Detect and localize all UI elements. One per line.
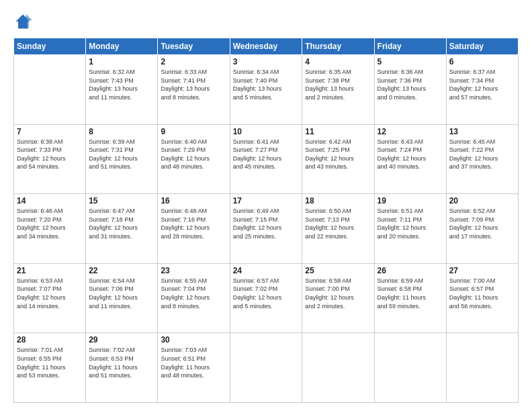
cell-text-line: Sunrise: 6:59 AM	[378, 277, 443, 285]
calendar-cell: 16Sunrise: 6:48 AMSunset: 7:16 PMDayligh…	[158, 194, 230, 264]
cell-text-line: Daylight: 12 hours	[161, 224, 226, 232]
cell-text-line: Daylight: 12 hours	[449, 85, 515, 93]
cell-text-line: and 53 minutes.	[17, 371, 83, 380]
day-number: 14	[17, 196, 83, 205]
cell-text-line: Sunset: 6:51 PM	[161, 355, 226, 363]
day-header-wednesday: Wednesday	[230, 38, 302, 55]
cell-text-line: Sunset: 7:02 PM	[233, 285, 300, 293]
cell-text-line: Sunrise: 6:32 AM	[89, 68, 154, 77]
cell-text-line: and 5 minutes.	[233, 302, 300, 311]
cell-text-line: Daylight: 12 hours	[305, 154, 371, 163]
day-number: 15	[89, 196, 154, 205]
cell-text-line: Daylight: 13 hours	[161, 85, 226, 93]
cell-text-line: and 54 minutes.	[17, 163, 83, 171]
calendar-cell: 19Sunrise: 6:51 AMSunset: 7:11 PMDayligh…	[374, 194, 446, 264]
cell-text-line: Sunset: 7:25 PM	[305, 146, 371, 154]
cell-text-line: Sunset: 7:38 PM	[305, 77, 371, 85]
cell-text-line: Sunset: 6:53 PM	[89, 355, 154, 363]
day-number: 5	[378, 57, 443, 66]
cell-text-line: Sunrise: 6:53 AM	[17, 277, 83, 285]
day-header-thursday: Thursday	[302, 38, 374, 55]
cell-text-line: Sunrise: 6:57 AM	[233, 277, 300, 285]
cell-text-line: and 14 minutes.	[17, 302, 83, 311]
cell-text-line: Sunrise: 6:40 AM	[161, 138, 226, 146]
cell-text-line: Daylight: 12 hours	[305, 224, 371, 232]
cell-text-line: Daylight: 13 hours	[378, 85, 443, 93]
cell-text-line: Sunrise: 6:51 AM	[378, 207, 443, 216]
cell-text-line: and 31 minutes.	[89, 232, 154, 241]
cell-text-line: Sunrise: 6:50 AM	[305, 207, 371, 216]
cell-text-line: Sunrise: 6:54 AM	[89, 277, 154, 285]
cell-text-line: Sunset: 7:13 PM	[305, 216, 371, 224]
cell-text-line: Sunset: 7:29 PM	[161, 146, 226, 154]
logo-icon	[13, 12, 32, 31]
cell-text-line: and 8 minutes.	[161, 302, 226, 311]
cell-text-line: Sunrise: 7:00 AM	[449, 277, 515, 285]
cell-text-line: and 37 minutes.	[449, 163, 515, 171]
cell-text-line: and 28 minutes.	[161, 232, 226, 241]
cell-text-line: Daylight: 12 hours	[89, 154, 154, 163]
day-header-friday: Friday	[374, 38, 446, 55]
cell-text-line: Sunset: 7:40 PM	[233, 77, 300, 85]
cell-text-line: Daylight: 12 hours	[378, 154, 443, 163]
day-number: 9	[161, 127, 226, 136]
cell-text-line: Sunrise: 6:49 AM	[233, 207, 300, 216]
cell-text-line: Sunrise: 6:37 AM	[449, 68, 515, 77]
calendar-cell: 29Sunrise: 7:02 AMSunset: 6:53 PMDayligh…	[86, 333, 158, 403]
calendar-cell: 25Sunrise: 6:58 AMSunset: 7:00 PMDayligh…	[302, 263, 374, 333]
day-number: 20	[449, 196, 515, 205]
day-number: 10	[233, 127, 300, 136]
cell-text-line: Sunset: 6:57 PM	[449, 285, 515, 293]
cell-text-line: Sunrise: 6:34 AM	[233, 68, 300, 77]
cell-text-line: and 17 minutes.	[449, 232, 515, 241]
day-header-saturday: Saturday	[446, 38, 518, 55]
cell-text-line: Daylight: 12 hours	[449, 224, 515, 232]
day-number: 11	[305, 127, 371, 136]
calendar-cell: 28Sunrise: 7:01 AMSunset: 6:55 PMDayligh…	[14, 333, 86, 403]
calendar-cell: 26Sunrise: 6:59 AMSunset: 6:58 PMDayligh…	[374, 263, 446, 333]
calendar-cell	[14, 55, 86, 125]
cell-text-line: Sunset: 7:22 PM	[449, 146, 515, 154]
day-number: 30	[161, 335, 226, 345]
cell-text-line: Sunset: 7:00 PM	[305, 285, 371, 293]
cell-text-line: Daylight: 11 hours	[161, 363, 226, 372]
day-number: 18	[305, 196, 371, 205]
cell-text-line: Daylight: 11 hours	[89, 363, 154, 372]
week-row-4: 21Sunrise: 6:53 AMSunset: 7:07 PMDayligh…	[14, 263, 519, 333]
calendar-cell	[446, 333, 518, 403]
cell-text-line: Daylight: 12 hours	[233, 293, 300, 302]
cell-text-line: Sunrise: 6:55 AM	[161, 277, 226, 285]
day-number: 26	[378, 266, 443, 275]
calendar-cell: 5Sunrise: 6:36 AMSunset: 7:36 PMDaylight…	[374, 55, 446, 125]
cell-text-line: Sunset: 7:18 PM	[89, 216, 154, 224]
day-header-sunday: Sunday	[14, 38, 86, 55]
day-number: 1	[89, 57, 154, 66]
calendar-cell	[374, 333, 446, 403]
cell-text-line: Sunset: 7:09 PM	[449, 216, 515, 224]
day-header-monday: Monday	[86, 38, 158, 55]
calendar-cell: 7Sunrise: 6:38 AMSunset: 7:33 PMDaylight…	[14, 124, 86, 194]
cell-text-line: Sunrise: 6:39 AM	[89, 138, 154, 146]
calendar-cell: 1Sunrise: 6:32 AMSunset: 7:43 PMDaylight…	[86, 55, 158, 125]
cell-text-line: and 51 minutes.	[89, 371, 154, 380]
calendar-header-row: SundayMondayTuesdayWednesdayThursdayFrid…	[14, 38, 519, 55]
cell-text-line: and 2 minutes.	[305, 302, 371, 311]
cell-text-line: Daylight: 11 hours	[17, 363, 83, 372]
calendar-body: 1Sunrise: 6:32 AMSunset: 7:43 PMDaylight…	[14, 55, 519, 403]
day-number: 29	[89, 335, 154, 345]
cell-text-line: and 45 minutes.	[233, 163, 300, 171]
cell-text-line: and 2 minutes.	[305, 93, 371, 102]
day-number: 27	[449, 266, 515, 275]
cell-text-line: Sunset: 7:16 PM	[161, 216, 226, 224]
cell-text-line: and 43 minutes.	[305, 163, 371, 171]
calendar-cell: 13Sunrise: 6:45 AMSunset: 7:22 PMDayligh…	[446, 124, 518, 194]
calendar-cell: 9Sunrise: 6:40 AMSunset: 7:29 PMDaylight…	[158, 124, 230, 194]
calendar-cell: 4Sunrise: 6:35 AMSunset: 7:38 PMDaylight…	[302, 55, 374, 125]
day-number: 6	[449, 57, 515, 66]
day-number: 13	[449, 127, 515, 136]
cell-text-line: and 22 minutes.	[305, 232, 371, 241]
day-number: 19	[378, 196, 443, 205]
cell-text-line: Daylight: 12 hours	[17, 293, 83, 302]
cell-text-line: and 48 minutes.	[161, 163, 226, 171]
cell-text-line: Daylight: 12 hours	[233, 224, 300, 232]
